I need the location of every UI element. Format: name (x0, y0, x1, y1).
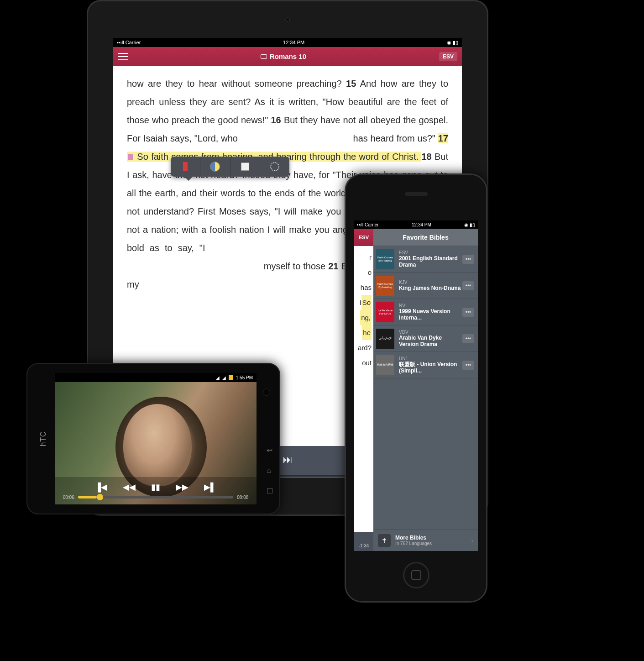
ipad-appbar: Romans 10 ESV (113, 47, 462, 66)
iphone-speaker (405, 192, 428, 196)
total-time: 08:08 (237, 495, 248, 500)
elapsed-time: 00:06 (63, 495, 74, 500)
recent-button[interactable]: ☐ (267, 487, 273, 495)
iphone-status-icons: ◉ ▮▯ (464, 222, 475, 227)
video-controls: ▐◀ ◀◀ ▮▮ ▶▶ ▶▌ 00:06 08:08 (55, 477, 257, 504)
verse-number[interactable]: 16 (271, 115, 281, 125)
favorite-bibles-panel: Favorite Bibles Faith Comes By HearingES… (373, 220, 478, 551)
bible-code: UN1 (399, 356, 462, 361)
ipad-carrier: ••ıll Carrier (117, 40, 141, 45)
prev-button[interactable]: ▐◀ (95, 482, 107, 492)
text-fragment: how are they to hear without someone pre… (127, 79, 346, 89)
ipad-statusbar: ••ıll Carrier 12:34 PM ◉ ▮▯ (113, 38, 462, 47)
verse-number[interactable]: 21 (328, 261, 338, 271)
menu-button[interactable] (118, 53, 128, 60)
reader-text-sliver: rohasSong,heIard?out (354, 246, 373, 551)
htc-camera (263, 388, 270, 396)
more-bibles-subtitle: In 762 Languages (395, 541, 471, 546)
bible-more-button[interactable]: ••• (462, 281, 474, 290)
rewind-button[interactable]: ◀◀ (123, 482, 136, 492)
ipad-status-icons: ◉ ▮▯ (447, 40, 458, 46)
bible-item[interactable]: Faith Comes By HearingKJVKing James Non-… (373, 273, 478, 299)
bible-title: 2001 English Standard Drama (399, 255, 462, 268)
forward-button[interactable]: ▶▶ (176, 482, 188, 492)
htc-logo: hTC (39, 431, 47, 446)
version-tab[interactable]: ESV (354, 229, 373, 246)
video-progress[interactable]: 00:06 08:08 (63, 495, 249, 500)
htc-nav-buttons: ↩ ⌂ ☐ (267, 446, 273, 495)
bible-cover: 信道来自听道 (376, 355, 394, 375)
more-bibles-button[interactable]: ✝ More Bibles In 762 Languages › (373, 529, 478, 551)
ipad-camera (285, 17, 290, 22)
verse-number[interactable]: 18 (421, 152, 431, 162)
favorite-bibles-header: Favorite Bibles (373, 229, 478, 246)
highlight-button[interactable] (200, 157, 230, 177)
reader-sliver[interactable]: ESV rohasSong,heIard?out -1:34 (354, 220, 373, 551)
bookmark-icon (183, 162, 188, 171)
book-icon (261, 54, 267, 59)
video-player[interactable]: ▐◀ ◀◀ ▮▮ ▶▶ ▶▌ 00:06 08:08 (55, 382, 257, 504)
progress-fill (78, 496, 97, 498)
skip-forward-button[interactable]: ⏭ (283, 450, 293, 470)
progress-bar[interactable] (78, 496, 234, 498)
home-button[interactable]: ⌂ (267, 467, 273, 475)
bible-icon: ✝ (378, 534, 391, 547)
bible-item[interactable]: الإيمان يأتيVDVArabic Van Dyke Version D… (373, 325, 478, 352)
bible-item[interactable]: La Fe Viene Por El OirNVI1999 Nueva Vers… (373, 299, 478, 325)
bible-title: 1999 Nueva Version Interna... (399, 308, 462, 321)
verse-number[interactable]: 15 (346, 79, 356, 89)
iphone-clock: 12:34 PM (412, 222, 431, 227)
next-button[interactable]: ▶▌ (204, 482, 216, 492)
bookmark-button[interactable] (171, 157, 200, 177)
bookmark-marker-icon (128, 154, 133, 160)
bible-more-button[interactable]: ••• (462, 308, 474, 317)
version-button[interactable]: ESV (439, 52, 457, 61)
bible-title: Arabic Van Dyke Version Drama (399, 335, 462, 348)
bible-cover: الإيمان يأتي (376, 329, 394, 349)
back-button[interactable]: ↩ (267, 446, 273, 455)
iphone-device: ••ıll Carrier 12:34 PM ◉ ▮▯ ESV rohasSon… (345, 173, 487, 603)
bible-code: KJV (399, 280, 462, 285)
htc-screen: ◢ ◢ 1:55 PM ▐◀ ◀◀ ▮▮ ▶▶ ▶▌ 00:06 (55, 373, 257, 504)
android-clock: 1:55 PM (236, 375, 253, 380)
bible-code: ESV (399, 250, 462, 255)
chevron-right-icon: › (471, 537, 473, 544)
bible-cover: Faith Comes By Hearing (376, 276, 394, 296)
video-content (123, 404, 192, 486)
pause-button[interactable]: ▮▮ (151, 482, 160, 492)
bible-cover: Faith Comes By Hearing (376, 249, 394, 269)
note-button[interactable] (230, 157, 260, 177)
bible-more-button[interactable]: ••• (462, 361, 474, 370)
bible-item[interactable]: Faith Comes By HearingESV2001 English St… (373, 246, 478, 273)
more-bibles-title: More Bibles (395, 535, 471, 541)
iphone-screen: ••ıll Carrier 12:34 PM ◉ ▮▯ ESV rohasSon… (354, 220, 478, 551)
wifi-icon: ◢ (216, 375, 220, 380)
bibles-list[interactable]: Faith Comes By HearingESV2001 English St… (373, 246, 478, 529)
share-icon (270, 162, 279, 171)
chapter-title[interactable]: Romans 10 (261, 52, 306, 60)
bible-item[interactable]: 信道来自听道UN1联盟版 - Union Version (Simpli...•… (373, 352, 478, 378)
share-button[interactable] (260, 157, 289, 177)
home-button[interactable] (403, 562, 429, 588)
selection-toolbar (171, 157, 289, 177)
ipad-clock: 12:34 PM (283, 40, 304, 45)
iphone-carrier: ••ıll Carrier (357, 222, 379, 227)
iphone-audio-time: -1:34 (354, 532, 373, 551)
battery-icon (229, 375, 233, 380)
bible-code: VDV (399, 330, 462, 335)
note-icon (241, 163, 249, 171)
bible-code: NVI (399, 303, 462, 308)
bible-cover: La Fe Viene Por El Oir (376, 302, 394, 322)
highlight-icon (210, 162, 220, 172)
signal-icon: ◢ (222, 375, 226, 380)
bible-title: 联盟版 - Union Version (Simpli... (399, 361, 462, 374)
htc-device: hTC ↩ ⌂ ☐ ◢ ◢ 1:55 PM ▐◀ ◀◀ ▮▮ ▶▶ ▶▌ (26, 363, 280, 514)
android-statusbar: ◢ ◢ 1:55 PM (55, 373, 257, 382)
progress-thumb[interactable] (97, 494, 103, 500)
bible-more-button[interactable]: ••• (462, 334, 474, 343)
bible-more-button[interactable]: ••• (462, 255, 474, 264)
bible-title: King James Non-Drama (399, 285, 462, 291)
